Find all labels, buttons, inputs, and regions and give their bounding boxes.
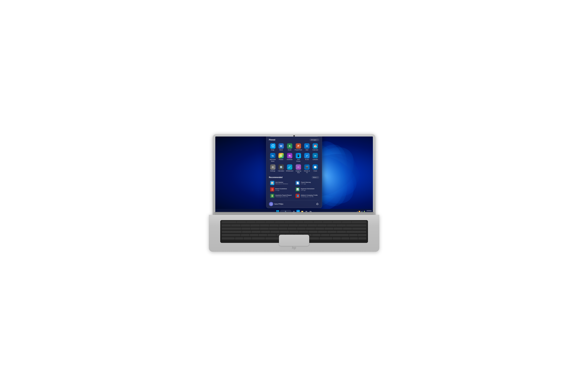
key-quote[interactable] — [337, 231, 346, 234]
key-f6[interactable] — [285, 221, 294, 224]
key-f11[interactable] — [333, 221, 342, 224]
key-alt-l[interactable] — [252, 237, 265, 240]
key-equals[interactable] — [336, 225, 346, 227]
search-bar[interactable]: 🔍 Type here to search — [269, 136, 319, 137]
app-excel[interactable]: X Excel — [286, 143, 294, 152]
key-u[interactable] — [297, 228, 306, 230]
key-p[interactable] — [325, 228, 334, 230]
app-clock[interactable]: 🕐 Clock — [312, 164, 319, 174]
key-pgdn[interactable] — [358, 237, 366, 240]
key-f12[interactable] — [342, 221, 351, 224]
rec-adatum-profile[interactable]: 📘 Adatum Company Profile Yesterday at 1:… — [294, 193, 319, 199]
key-z[interactable] — [241, 234, 249, 237]
key-down[interactable] — [341, 237, 349, 240]
app-word[interactable]: W Word — [277, 143, 285, 152]
key-v[interactable] — [268, 234, 276, 237]
app-settings[interactable]: ⚙ Settings — [269, 164, 276, 174]
key-f9[interactable] — [314, 221, 323, 224]
rec-travel-itinerary[interactable]: 📄 Travel Itinerary 17m ago — [294, 180, 319, 186]
key-r[interactable] — [269, 228, 278, 230]
key-9[interactable] — [308, 225, 317, 227]
key-q[interactable] — [241, 228, 250, 230]
app-mail[interactable]: ✉ Mail — [303, 143, 311, 152]
key-i[interactable] — [306, 228, 315, 230]
key-period[interactable] — [312, 234, 321, 237]
key-f4[interactable] — [266, 221, 275, 224]
app-onenote[interactable]: N OneNote — [286, 152, 294, 163]
key-backtick[interactable] — [222, 225, 231, 227]
app-calendar[interactable]: 📅 Calendar — [312, 143, 319, 152]
key-5[interactable] — [270, 225, 279, 227]
key-d[interactable] — [261, 231, 270, 234]
key-f2[interactable] — [246, 221, 256, 224]
key-slash[interactable] — [321, 234, 330, 237]
key-8[interactable] — [298, 225, 308, 227]
key-enter2[interactable] — [346, 231, 366, 234]
app-photos[interactable]: 🖼 Photos — [277, 152, 285, 163]
app-whiteboard[interactable]: 🖊 Whiteboard — [286, 164, 294, 174]
app-calculator[interactable]: 🔢 Calculator — [277, 164, 285, 174]
key-shift-l[interactable] — [222, 234, 240, 237]
key-l[interactable] — [318, 231, 327, 234]
key-c[interactable] — [259, 234, 267, 237]
app-todo[interactable]: ✔ To Do — [303, 152, 311, 163]
key-lbracket[interactable] — [334, 228, 343, 230]
app-yourphone[interactable]: 📱 Your Phone — [294, 152, 302, 163]
rec-brand-guidelines[interactable]: 📕 Brand Guidelines 2h ago — [269, 186, 294, 192]
key-shift-r[interactable] — [330, 234, 349, 237]
key-e[interactable] — [260, 228, 269, 230]
more-button[interactable]: More › — [312, 176, 319, 179]
key-x[interactable] — [250, 234, 258, 237]
key-ctrl-r[interactable] — [319, 237, 332, 240]
key-1[interactable] — [231, 225, 240, 227]
key-up[interactable] — [349, 234, 357, 237]
key-t[interactable] — [278, 228, 287, 230]
key-del[interactable] — [352, 221, 366, 224]
key-f10[interactable] — [323, 221, 332, 224]
key-o[interactable] — [315, 228, 324, 230]
key-2[interactable] — [241, 225, 250, 227]
app-powerpoint[interactable]: P PowerPoint — [294, 143, 302, 152]
key-right[interactable] — [350, 237, 358, 240]
key-0[interactable] — [317, 225, 327, 227]
key-f5[interactable] — [275, 221, 284, 224]
key-fn[interactable] — [235, 237, 243, 240]
app-edge[interactable]: Edge — [269, 143, 276, 152]
key-f8[interactable] — [304, 221, 313, 224]
app-movies[interactable]: 🎬 Movies & TV — [303, 164, 311, 174]
key-k[interactable] — [309, 231, 317, 234]
key-f[interactable] — [271, 231, 279, 234]
key-capslock[interactable] — [222, 231, 242, 234]
key-rbracket[interactable] — [343, 228, 352, 230]
app-snipping[interactable]: ✂ Snipping Tool — [294, 164, 302, 174]
key-s[interactable] — [252, 231, 261, 234]
key-ctrl-l[interactable] — [222, 237, 235, 240]
key-j[interactable] — [299, 231, 308, 234]
key-4[interactable] — [260, 225, 269, 227]
rec-get-started[interactable]: 🪟 Get Started Welcome to Windows — [269, 180, 294, 186]
key-left[interactable] — [333, 237, 341, 240]
all-apps-button[interactable]: All apps › — [310, 138, 319, 141]
key-a[interactable] — [242, 231, 251, 234]
key-backspace[interactable] — [346, 225, 366, 227]
rec-payroll-report[interactable]: 📗 Quarterly Payroll Report Yesterday at … — [269, 193, 294, 199]
key-f1[interactable] — [237, 221, 246, 224]
key-win[interactable] — [244, 237, 252, 240]
key-esc[interactable] — [222, 221, 236, 224]
rec-expense-worksheet[interactable]: 📊 Expense Worksheet 12h ago — [294, 186, 319, 192]
key-g[interactable] — [280, 231, 289, 234]
key-6[interactable] — [279, 225, 288, 227]
key-y[interactable] — [288, 228, 296, 230]
power-button[interactable]: ⏻ — [315, 202, 319, 206]
key-minus[interactable] — [327, 225, 336, 227]
key-enter[interactable] — [352, 228, 366, 230]
key-pgup[interactable] — [358, 234, 366, 237]
key-semicolon[interactable] — [327, 231, 336, 234]
touchpad[interactable] — [279, 235, 309, 246]
key-w[interactable] — [251, 228, 260, 230]
user-info[interactable]: S Sara Philips — [269, 202, 283, 206]
key-7[interactable] — [289, 225, 298, 227]
key-tab[interactable] — [222, 228, 241, 230]
key-f7[interactable] — [294, 221, 304, 224]
app-msstore[interactable]: 🛍 Microsoft Store — [269, 152, 276, 163]
